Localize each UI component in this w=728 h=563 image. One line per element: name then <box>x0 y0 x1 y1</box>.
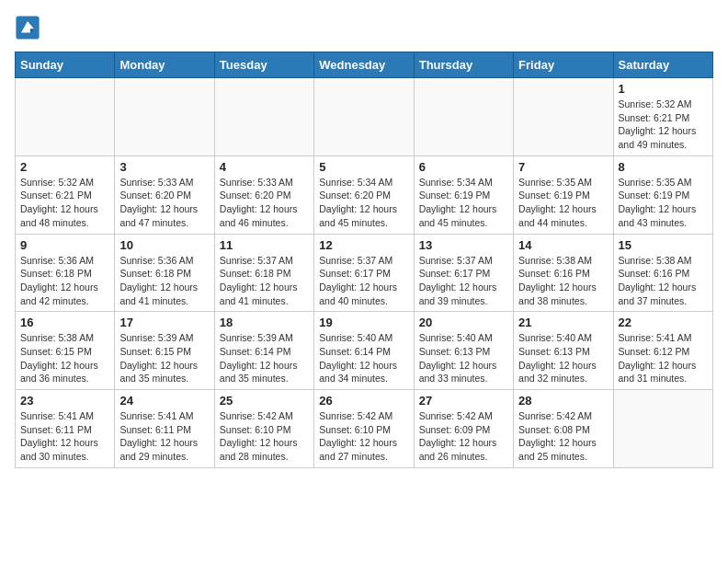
day-info: Sunrise: 5:42 AM Sunset: 6:10 PM Dayligh… <box>220 409 309 464</box>
day-cell <box>16 78 115 156</box>
day-cell: 22Sunrise: 5:41 AM Sunset: 6:12 PM Dayli… <box>613 312 712 390</box>
day-cell: 17Sunrise: 5:39 AM Sunset: 6:15 PM Dayli… <box>115 312 214 390</box>
day-info: Sunrise: 5:42 AM Sunset: 6:10 PM Dayligh… <box>319 409 408 464</box>
day-info: Sunrise: 5:39 AM Sunset: 6:15 PM Dayligh… <box>119 331 209 385</box>
day-cell <box>115 78 214 156</box>
day-header-thursday: Thursday <box>414 52 513 78</box>
day-number: 27 <box>419 394 508 408</box>
day-number: 6 <box>419 160 508 174</box>
day-number: 2 <box>20 160 109 174</box>
day-cell <box>514 78 613 156</box>
day-info: Sunrise: 5:33 AM Sunset: 6:20 PM Dayligh… <box>119 176 209 230</box>
day-info: Sunrise: 5:40 AM Sunset: 6:13 PM Dayligh… <box>419 331 508 385</box>
day-info: Sunrise: 5:37 AM Sunset: 6:17 PM Dayligh… <box>419 254 508 308</box>
day-info: Sunrise: 5:36 AM Sunset: 6:18 PM Dayligh… <box>20 254 109 308</box>
day-number: 26 <box>319 394 408 408</box>
day-cell: 6Sunrise: 5:34 AM Sunset: 6:19 PM Daylig… <box>414 155 513 234</box>
day-header-sunday: Sunday <box>16 52 115 78</box>
day-number: 18 <box>220 316 309 329</box>
day-info: Sunrise: 5:33 AM Sunset: 6:20 PM Dayligh… <box>220 176 309 230</box>
day-header-monday: Monday <box>115 52 214 78</box>
day-cell: 15Sunrise: 5:38 AM Sunset: 6:16 PM Dayli… <box>613 234 712 312</box>
day-info: Sunrise: 5:39 AM Sunset: 6:14 PM Dayligh… <box>220 331 309 385</box>
day-header-wednesday: Wednesday <box>314 52 414 78</box>
day-cell: 27Sunrise: 5:42 AM Sunset: 6:09 PM Dayli… <box>414 390 513 468</box>
day-info: Sunrise: 5:38 AM Sunset: 6:15 PM Dayligh… <box>20 331 109 385</box>
week-row-3: 16Sunrise: 5:38 AM Sunset: 6:15 PM Dayli… <box>16 312 713 390</box>
day-number: 3 <box>119 160 209 174</box>
day-info: Sunrise: 5:35 AM Sunset: 6:19 PM Dayligh… <box>518 176 608 230</box>
logo <box>15 15 44 40</box>
day-info: Sunrise: 5:32 AM Sunset: 6:21 PM Dayligh… <box>619 98 708 152</box>
day-cell: 25Sunrise: 5:42 AM Sunset: 6:10 PM Dayli… <box>214 390 313 468</box>
day-cell <box>414 78 513 156</box>
day-cell <box>314 78 414 156</box>
header <box>15 15 713 40</box>
day-cell: 1Sunrise: 5:32 AM Sunset: 6:21 PM Daylig… <box>613 78 712 156</box>
day-header-tuesday: Tuesday <box>214 52 313 78</box>
day-cell: 2Sunrise: 5:32 AM Sunset: 6:21 PM Daylig… <box>16 155 115 234</box>
day-info: Sunrise: 5:36 AM Sunset: 6:18 PM Dayligh… <box>119 254 209 308</box>
day-number: 19 <box>319 316 408 329</box>
day-cell <box>214 78 313 156</box>
day-number: 14 <box>518 238 608 252</box>
day-info: Sunrise: 5:41 AM Sunset: 6:11 PM Dayligh… <box>20 409 109 464</box>
day-info: Sunrise: 5:37 AM Sunset: 6:17 PM Dayligh… <box>319 254 408 308</box>
week-row-4: 23Sunrise: 5:41 AM Sunset: 6:11 PM Dayli… <box>16 390 713 468</box>
calendar-table: SundayMondayTuesdayWednesdayThursdayFrid… <box>15 52 713 468</box>
day-number: 9 <box>20 238 109 252</box>
day-cell: 3Sunrise: 5:33 AM Sunset: 6:20 PM Daylig… <box>115 155 214 234</box>
week-row-1: 2Sunrise: 5:32 AM Sunset: 6:21 PM Daylig… <box>16 155 713 234</box>
week-row-2: 9Sunrise: 5:36 AM Sunset: 6:18 PM Daylig… <box>16 234 713 312</box>
day-cell: 9Sunrise: 5:36 AM Sunset: 6:18 PM Daylig… <box>16 234 115 312</box>
day-cell: 18Sunrise: 5:39 AM Sunset: 6:14 PM Dayli… <box>214 312 313 390</box>
week-row-0: 1Sunrise: 5:32 AM Sunset: 6:21 PM Daylig… <box>16 78 713 156</box>
day-cell: 8Sunrise: 5:35 AM Sunset: 6:19 PM Daylig… <box>613 155 712 234</box>
day-info: Sunrise: 5:37 AM Sunset: 6:18 PM Dayligh… <box>220 254 309 308</box>
day-number: 28 <box>518 394 608 408</box>
day-number: 22 <box>619 316 708 329</box>
day-cell: 5Sunrise: 5:34 AM Sunset: 6:20 PM Daylig… <box>314 155 414 234</box>
day-info: Sunrise: 5:38 AM Sunset: 6:16 PM Dayligh… <box>619 254 708 308</box>
day-number: 7 <box>518 160 608 174</box>
day-number: 13 <box>419 238 508 252</box>
day-info: Sunrise: 5:42 AM Sunset: 6:08 PM Dayligh… <box>518 409 608 464</box>
day-number: 12 <box>319 238 408 252</box>
day-header-saturday: Saturday <box>613 52 712 78</box>
day-info: Sunrise: 5:32 AM Sunset: 6:21 PM Dayligh… <box>20 176 109 230</box>
day-info: Sunrise: 5:34 AM Sunset: 6:20 PM Dayligh… <box>319 176 408 230</box>
day-number: 4 <box>220 160 309 174</box>
day-info: Sunrise: 5:41 AM Sunset: 6:12 PM Dayligh… <box>619 331 708 385</box>
day-cell: 28Sunrise: 5:42 AM Sunset: 6:08 PM Dayli… <box>514 390 613 468</box>
day-number: 15 <box>619 238 708 252</box>
day-number: 20 <box>419 316 508 329</box>
day-number: 11 <box>220 238 309 252</box>
calendar-header-row: SundayMondayTuesdayWednesdayThursdayFrid… <box>16 52 713 78</box>
day-info: Sunrise: 5:41 AM Sunset: 6:11 PM Dayligh… <box>119 409 209 464</box>
day-info: Sunrise: 5:40 AM Sunset: 6:14 PM Dayligh… <box>319 331 408 385</box>
logo-icon <box>15 15 40 40</box>
day-cell: 26Sunrise: 5:42 AM Sunset: 6:10 PM Dayli… <box>314 390 414 468</box>
day-cell: 16Sunrise: 5:38 AM Sunset: 6:15 PM Dayli… <box>16 312 115 390</box>
day-cell: 20Sunrise: 5:40 AM Sunset: 6:13 PM Dayli… <box>414 312 513 390</box>
day-number: 5 <box>319 160 408 174</box>
day-cell: 24Sunrise: 5:41 AM Sunset: 6:11 PM Dayli… <box>115 390 214 468</box>
day-cell: 7Sunrise: 5:35 AM Sunset: 6:19 PM Daylig… <box>514 155 613 234</box>
day-cell: 13Sunrise: 5:37 AM Sunset: 6:17 PM Dayli… <box>414 234 513 312</box>
day-cell: 12Sunrise: 5:37 AM Sunset: 6:17 PM Dayli… <box>314 234 414 312</box>
day-cell: 10Sunrise: 5:36 AM Sunset: 6:18 PM Dayli… <box>115 234 214 312</box>
day-number: 1 <box>619 82 708 96</box>
day-number: 25 <box>220 394 309 408</box>
day-number: 17 <box>119 316 209 329</box>
day-cell <box>613 390 712 468</box>
day-number: 10 <box>119 238 209 252</box>
day-cell: 4Sunrise: 5:33 AM Sunset: 6:20 PM Daylig… <box>214 155 313 234</box>
day-number: 24 <box>119 394 209 408</box>
day-cell: 14Sunrise: 5:38 AM Sunset: 6:16 PM Dayli… <box>514 234 613 312</box>
day-info: Sunrise: 5:40 AM Sunset: 6:13 PM Dayligh… <box>518 331 608 385</box>
day-info: Sunrise: 5:38 AM Sunset: 6:16 PM Dayligh… <box>518 254 608 308</box>
day-info: Sunrise: 5:42 AM Sunset: 6:09 PM Dayligh… <box>419 409 508 464</box>
day-cell: 19Sunrise: 5:40 AM Sunset: 6:14 PM Dayli… <box>314 312 414 390</box>
day-number: 8 <box>619 160 708 174</box>
day-number: 16 <box>20 316 109 329</box>
